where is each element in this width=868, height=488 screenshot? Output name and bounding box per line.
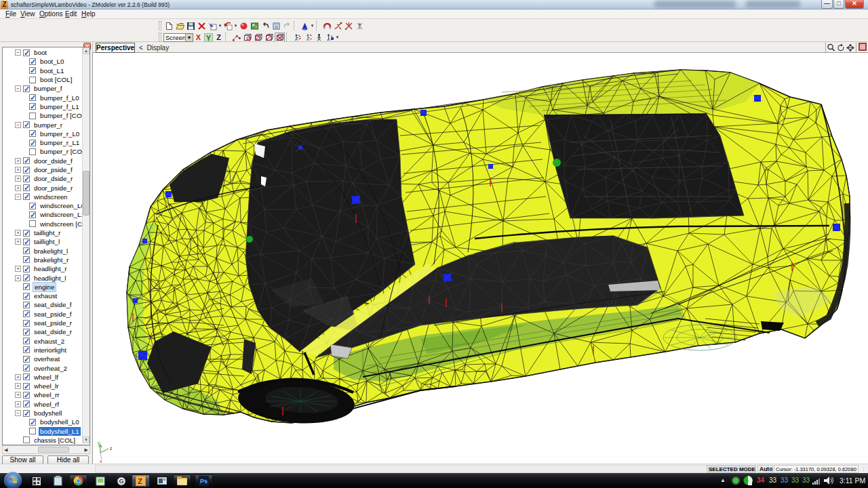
- svg-text:x: x: [100, 459, 102, 464]
- svg-text:Ps: Ps: [200, 478, 208, 485]
- svg-text:Z: Z: [138, 477, 142, 485]
- svg-text:G: G: [119, 478, 123, 485]
- svg-text:z: z: [110, 446, 113, 451]
